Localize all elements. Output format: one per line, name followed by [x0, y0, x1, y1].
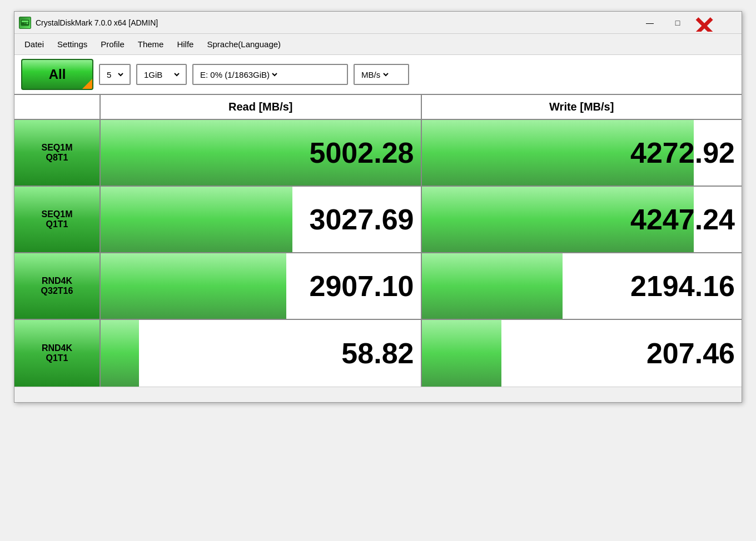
close-x-mark: ✕ — [693, 14, 715, 32]
size-select[interactable]: 512MiB 1GiB 2GiB 4GiB 8GiB 16GiB 32GiB 6… — [142, 69, 181, 80]
close-button-area[interactable]: ✕ — [693, 14, 737, 32]
row-label-line2: Q1T1 — [46, 353, 68, 363]
menu-profile[interactable]: Profile — [95, 37, 130, 51]
menu-bar: Datei Settings Profile Theme Hilfe Sprac… — [14, 34, 742, 55]
table-row: SEQ1M Q1T1 3027.69 4247.24 — [14, 187, 742, 253]
read-cell-rnd4k-q32t16: 2907.10 — [101, 253, 422, 319]
svg-point-3 — [24, 23, 26, 24]
label-header — [14, 95, 101, 119]
title-left: CrystalDiskMark 7.0.0 x64 [ADMIN] — [19, 17, 158, 29]
read-value-rnd4k-q1t1: 58.82 — [341, 337, 414, 370]
size-select-box[interactable]: 512MiB 1GiB 2GiB 4GiB 8GiB 16GiB 32GiB 6… — [136, 64, 187, 85]
column-headers: Read [MB/s] Write [MB/s] — [14, 95, 742, 120]
window-title: CrystalDiskMark 7.0.0 x64 [ADMIN] — [36, 18, 158, 27]
read-cell-seq1m-q1t1: 3027.69 — [101, 187, 422, 252]
row-label-line1: SEQ1M — [41, 143, 72, 153]
read-value-rnd4k-q32t16: 2907.10 — [310, 269, 414, 303]
minimize-button[interactable]: — — [637, 15, 663, 31]
write-value-seq1m-q1t1: 4247.24 — [630, 203, 735, 236]
loops-select-box[interactable]: 1 3 5 10 — [99, 64, 131, 85]
write-header: Write [MB/s] — [422, 95, 742, 119]
read-bar-rnd4k-q32t16 — [101, 253, 286, 319]
app-icon — [19, 17, 31, 29]
write-cell-rnd4k-q1t1: 207.46 — [422, 320, 742, 387]
row-label-line2: Q8T1 — [46, 153, 68, 163]
row-label-rnd4k-q1t1: RND4K Q1T1 — [14, 320, 101, 387]
read-cell-rnd4k-q1t1: 58.82 — [101, 320, 422, 387]
menu-datei[interactable]: Datei — [19, 37, 49, 51]
row-label-seq1m-q8t1: SEQ1M Q8T1 — [14, 120, 101, 186]
row-label-seq1m-q1t1: SEQ1M Q1T1 — [14, 187, 101, 252]
write-value-rnd4k-q32t16: 2194.16 — [630, 269, 735, 303]
read-bar-rnd4k-q1t1 — [101, 320, 139, 387]
menu-hilfe[interactable]: Hilfe — [171, 37, 199, 51]
table-row: RND4K Q32T16 2907.10 2194.16 — [14, 253, 742, 320]
write-cell-seq1m-q8t1: 4272.92 — [422, 120, 742, 186]
drive-select-box[interactable]: E: 0% (1/1863GiB) — [192, 64, 348, 85]
write-value-seq1m-q8t1: 4272.92 — [630, 136, 735, 169]
write-cell-seq1m-q1t1: 4247.24 — [422, 187, 742, 252]
row-label-line1: RND4K — [42, 276, 72, 286]
read-cell-seq1m-q8t1: 5002.28 — [101, 120, 422, 186]
write-bar-rnd4k-q1t1 — [422, 320, 502, 387]
write-cell-rnd4k-q32t16: 2194.16 — [422, 253, 742, 319]
title-bar: CrystalDiskMark 7.0.0 x64 [ADMIN] — □ ✕ — [14, 12, 742, 34]
toolbar: All 1 3 5 10 512MiB 1GiB 2GiB 4GiB 8GiB … — [14, 55, 742, 95]
unit-select[interactable]: MB/s GB/s IOPS μs — [359, 69, 390, 80]
svg-point-2 — [27, 22, 28, 24]
row-label-line2: Q32T16 — [41, 286, 73, 296]
read-header: Read [MB/s] — [101, 95, 422, 119]
read-bar-seq1m-q1t1 — [101, 187, 292, 252]
table-row: RND4K Q1T1 58.82 207.46 — [14, 320, 742, 387]
read-value-seq1m-q8t1: 5002.28 — [310, 136, 414, 169]
status-bar — [14, 387, 742, 402]
table-row: SEQ1M Q8T1 5002.28 4272.92 — [14, 120, 742, 187]
data-rows: SEQ1M Q8T1 5002.28 4272.92 SEQ1M Q1T1 30… — [14, 120, 742, 387]
write-value-rnd4k-q1t1: 207.46 — [646, 337, 735, 370]
main-window: CrystalDiskMark 7.0.0 x64 [ADMIN] — □ ✕ … — [14, 11, 742, 403]
row-label-line2: Q1T1 — [46, 219, 68, 229]
drive-select[interactable]: E: 0% (1/1863GiB) — [198, 69, 279, 80]
menu-language[interactable]: Sprache(Language) — [201, 37, 286, 51]
loops-select[interactable]: 1 3 5 10 — [105, 69, 125, 80]
window-controls: — □ ✕ — [637, 14, 737, 32]
maximize-button[interactable]: □ — [665, 15, 690, 31]
row-label-rnd4k-q32t16: RND4K Q32T16 — [14, 253, 101, 319]
menu-theme[interactable]: Theme — [132, 37, 170, 51]
write-bar-rnd4k-q32t16 — [422, 253, 563, 319]
results-content: Read [MB/s] Write [MB/s] SEQ1M Q8T1 5002… — [14, 95, 742, 387]
row-label-line1: RND4K — [42, 343, 72, 353]
read-value-seq1m-q1t1: 3027.69 — [310, 203, 414, 236]
all-button[interactable]: All — [21, 59, 93, 90]
svg-rect-1 — [22, 21, 28, 22]
menu-settings[interactable]: Settings — [52, 37, 93, 51]
row-label-line1: SEQ1M — [41, 209, 72, 219]
unit-select-box[interactable]: MB/s GB/s IOPS μs — [354, 64, 409, 85]
